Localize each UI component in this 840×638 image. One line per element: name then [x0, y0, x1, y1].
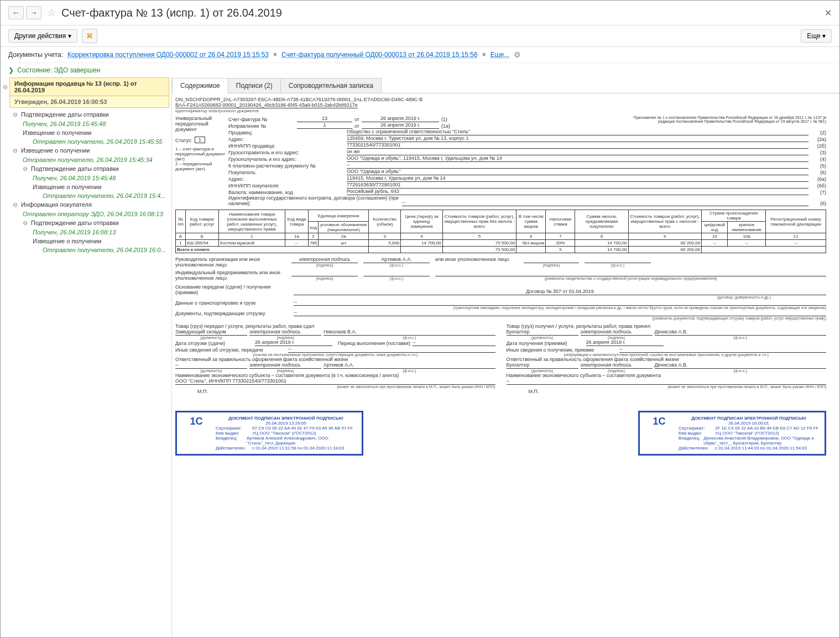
sig-blank [291, 270, 358, 276]
tree-item[interactable]: Извещение о получении [1, 182, 171, 191]
field-code: (2) [811, 130, 826, 135]
back-button[interactable]: ← [8, 6, 24, 19]
field-label: ИНН/КПП покупателя: [228, 183, 345, 189]
expand-state-icon[interactable]: ❯ [8, 66, 14, 74]
favorite-icon[interactable]: ☆ [47, 7, 58, 19]
field-value: -- [402, 200, 808, 206]
field-code: (3) [811, 150, 826, 155]
col-num: 1 [219, 233, 285, 240]
expander-icon[interactable]: ⊖ [23, 165, 29, 172]
tree-item[interactable]: ⊖ Подтверждение даты отправки [1, 110, 171, 119]
gear-icon[interactable]: ⚙ [514, 50, 521, 59]
tree-item-label: Извещение о получении [33, 238, 101, 244]
econ-val: ООО "Стиль", ИНН/КПП 7733021540/77330100… [175, 378, 495, 385]
tree-item[interactable]: Извещение о получении [1, 237, 171, 245]
tree-item-label: Отправлен получателю, 26.04.2019 15:45:5… [33, 138, 163, 145]
col-sum-notax: Стоимость товаров (работ, услуг), имущес… [442, 210, 516, 233]
expander-icon[interactable]: ⊖ [23, 219, 29, 227]
tree-item-label: Извещение о получении [33, 184, 101, 190]
close-button[interactable]: ✕ [825, 8, 832, 18]
field-code: (5) [811, 163, 826, 169]
date-label: Дата получения (приемки) [507, 341, 584, 346]
expander-icon[interactable]: ⊖ [13, 147, 19, 154]
post-tiny: (должность) [507, 336, 578, 339]
col-country-name: краткое наименование [728, 222, 766, 233]
col-unit-code: код [308, 222, 318, 233]
stamp-cert-lbl: Сертификат: [679, 426, 712, 431]
tab-2[interactable]: Сопроводительная записка [280, 78, 382, 93]
tab-1[interactable]: Подписи (2) [228, 78, 281, 93]
col-n: № п/п [176, 210, 186, 233]
expander-icon[interactable]: ⊖ [13, 201, 19, 208]
col-tax: Сумма налога, предъявляемая покупателю [575, 210, 628, 233]
tree-item-label: Информация покупателя [21, 201, 92, 208]
fio-tiny: (ф.и.о.) [655, 369, 827, 373]
sf-number: 13 [297, 116, 352, 122]
col-num: 10 [702, 233, 728, 240]
tab-0[interactable]: Содержимое [172, 78, 228, 93]
fio: Денисова А.В. [655, 329, 827, 336]
stamp-cert: 57 C9 C0 00 22 AA 49 92 47 F9 63 A5 95 A… [252, 426, 353, 431]
head-org-label: Руководитель организации или иное уполно… [175, 257, 286, 268]
transport-caption: (транспортная накладная, поручение экспе… [175, 306, 826, 310]
tree-item[interactable]: Отправлен получателю, 26.04.2019 15:45:5… [1, 137, 171, 146]
col-rate: Налоговая ставка [546, 210, 575, 233]
stamp-date: 26.04.2019 13:29:05 [216, 421, 356, 426]
field-code: (7) [811, 190, 826, 195]
tree-item[interactable]: Отправлен получателю, 26.04.2019 16:0... [1, 245, 171, 254]
tree-item[interactable]: Получен, 26.04.2019 15:45:48 [1, 119, 171, 128]
fio-caption: (ф.и.о.) [585, 263, 651, 267]
doc-link-more[interactable]: Еще... [491, 51, 509, 59]
expander-icon[interactable]: ⊖ [13, 111, 19, 118]
documents-label: Документы учета: [8, 51, 63, 59]
signature-stamp-1: 1CДОКУМЕНТ ПОДПИСАН ЭЛЕКТРОННОЙ ПОДПИСЬЮ… [175, 411, 363, 456]
field-value: ООО "Одежда и обувь", 119415, Москва г, … [347, 155, 808, 162]
other-actions-button[interactable]: Другие действия ▾ [8, 29, 77, 43]
tree-item[interactable]: ⊖ Подтверждение даты отправки [1, 218, 171, 228]
field-value: 125459, Москва г, Туристская ул, дом № 1… [347, 135, 808, 142]
tree-item-label: Отправлен получателю, 26.04.2019 16:0... [43, 247, 165, 253]
forward-button[interactable]: → [26, 6, 41, 19]
tree-item[interactable]: Отправлен оператору ЭДО, 26.04.2019 16:0… [1, 210, 171, 218]
status-note-2: 2 – передаточный документ (акт) [175, 161, 225, 171]
sf-date: 26 апреля 2019 г. [362, 116, 439, 122]
tree-item[interactable]: Отправлен получателю, 26.04.2019 15:45:3… [1, 155, 171, 164]
transport-value: -- [294, 299, 826, 306]
doc-link-1[interactable]: Корректировка поступления ОД00-000002 от… [67, 51, 269, 59]
stamp-issuer-lbl: Кем выдан: [216, 431, 249, 436]
col-num: 11 [766, 233, 826, 240]
col-unit: Единица измерения [308, 210, 369, 222]
seller-info-head[interactable]: Информация продавца № 13 (испр. 1) от 26… [9, 77, 169, 96]
expander-icon[interactable]: ⊖ [3, 83, 9, 91]
tree-item[interactable]: Отправлен получателю, 26.04.2019 15:4... [1, 191, 171, 200]
fio-blank [363, 270, 430, 276]
more-button[interactable]: Еще ▾ [801, 29, 832, 43]
col-title: Товар (груз) передал / услуги, результат… [175, 323, 495, 329]
sig-tiny: (подпись) [581, 369, 653, 373]
tree-item[interactable]: ⊖ Информация покупателя [1, 200, 171, 210]
col-decl: Регистрационный номер таможенной деклара… [766, 210, 826, 233]
field-label: Идентификатор государственного контракта… [228, 195, 400, 206]
period-label: Период выполнения (поставки) [338, 341, 410, 346]
tree-item[interactable]: Извещение о получении [1, 128, 171, 137]
sig-tiny: (подпись) [249, 369, 321, 373]
window-title: Счет-фактура № 13 (испр. 1) от 26.04.201… [61, 7, 825, 19]
tree-item[interactable]: ⊖ Подтверждение даты отправки [1, 164, 171, 174]
doc-link-2[interactable]: Счет-фактура полученный ОД00-000013 от 2… [281, 51, 478, 59]
tree-item[interactable]: Получен, 26.04.2019 16:08:13 [1, 228, 171, 237]
tree-item[interactable]: ⊖ Извещение о получении [1, 146, 171, 155]
field-label: ИНН/КПП продавца: [228, 143, 345, 149]
col-qty: Количество (объем) [369, 210, 401, 233]
sidebar-tree: ⊖ Информация продавца № 13 (испр. 1) от … [1, 77, 172, 637]
stamp-valid-lbl: Действителен: [679, 446, 712, 451]
from-label: от [354, 123, 359, 129]
tree-item[interactable]: Получен, 26.04.2019 15:45:48 [1, 174, 171, 182]
sig-esign: электронная подпись [291, 257, 358, 263]
period-val: -- [413, 339, 495, 346]
doc-file-id-1: ON_NSCHFDOPPR_2AL-A7303297-E6CA-4BD6-A73… [175, 97, 826, 102]
col-num: 9 [628, 233, 702, 240]
field-value: ООО "Одежда и обувь" [347, 169, 808, 175]
stamp-owner-lbl: Владелец: [679, 436, 700, 446]
structure-icon-button[interactable]: ⌘ [82, 29, 97, 43]
field-code: (8) [811, 201, 826, 206]
